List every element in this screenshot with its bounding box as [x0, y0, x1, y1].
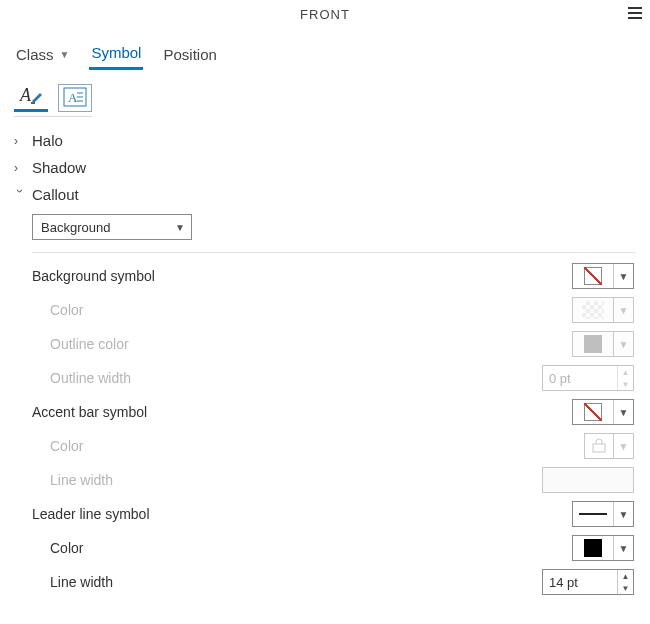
svg-rect-1 [31, 102, 35, 104]
bg-color-picker: ▼ [572, 297, 634, 323]
row-leader-line-width: Line width 14 pt ▲ ▼ [32, 565, 636, 599]
caret-down-icon: ▼ [613, 264, 633, 288]
accent-line-width-label: Line width [32, 472, 113, 488]
caret-down-icon: ▼ [613, 536, 633, 560]
row-leader-line-symbol: Leader line symbol ▼ [32, 497, 636, 531]
row-background-symbol: Background symbol ▼ [32, 259, 636, 293]
transparent-swatch-icon [582, 301, 604, 319]
group-callout-label: Callout [32, 186, 79, 203]
gray-swatch-icon [584, 335, 602, 353]
leader-color-picker[interactable]: ▼ [572, 535, 634, 561]
tab-class-label: Class [16, 46, 54, 63]
leader-line-symbol-label: Leader line symbol [32, 506, 150, 522]
subtab-formatting[interactable]: A [14, 84, 48, 112]
divider [32, 252, 636, 253]
accent-color-label: Color [32, 438, 83, 454]
bg-outline-width-label: Outline width [32, 370, 131, 386]
svg-text:A: A [19, 85, 32, 105]
spinner-down-icon: ▼ [618, 378, 633, 390]
group-shadow[interactable]: › Shadow [14, 154, 636, 181]
row-accent-line-width: Line width [32, 463, 636, 497]
spinner-down-icon[interactable]: ▼ [618, 582, 633, 594]
bg-outline-color-label: Outline color [32, 336, 129, 352]
text-box-icon: A [63, 87, 87, 107]
text-brush-icon: A [18, 85, 44, 107]
row-bg-outline-color: Outline color ▼ [32, 327, 636, 361]
bg-color-label: Color [32, 302, 83, 318]
leader-line-width-value: 14 pt [543, 570, 617, 594]
row-leader-color: Color ▼ [32, 531, 636, 565]
leader-line-symbol-picker[interactable]: ▼ [572, 501, 634, 527]
black-swatch-icon [584, 539, 602, 557]
row-bg-outline-width: Outline width 0 pt ▲ ▼ [32, 361, 636, 395]
callout-type-value: Background [41, 220, 110, 235]
group-callout[interactable]: › Callout [14, 181, 636, 208]
tab-symbol[interactable]: Symbol [89, 40, 143, 70]
row-bg-color: Color ▼ [32, 293, 636, 327]
group-halo-label: Halo [32, 132, 63, 149]
leader-color-label: Color [32, 540, 83, 556]
caret-down-icon: ▼ [614, 433, 634, 459]
tab-position[interactable]: Position [161, 42, 218, 69]
no-fill-icon [584, 267, 602, 285]
background-symbol-picker[interactable]: ▼ [572, 263, 634, 289]
menu-button[interactable] [626, 4, 644, 22]
row-accent-color: Color ▼ [32, 429, 636, 463]
accent-bar-symbol-label: Accent bar symbol [32, 404, 147, 420]
svg-text:A: A [68, 90, 78, 105]
caret-down-icon: ▼ [613, 332, 633, 356]
symbol-subtabs: A A [0, 70, 650, 112]
accent-color-picker [584, 433, 614, 459]
subtab-text-box[interactable]: A [58, 84, 92, 112]
bg-outline-width-spinner: 0 pt ▲ ▼ [542, 365, 634, 391]
spinner-up-icon[interactable]: ▲ [618, 570, 633, 582]
caret-down-icon: ▼ [613, 400, 633, 424]
leader-line-width-label: Line width [32, 574, 113, 590]
svg-rect-7 [593, 444, 605, 452]
tab-symbol-label: Symbol [91, 44, 141, 61]
leader-line-width-spinner[interactable]: 14 pt ▲ ▼ [542, 569, 634, 595]
tab-class[interactable]: Class ▼ [14, 42, 71, 69]
tab-position-label: Position [163, 46, 216, 63]
no-fill-icon [584, 403, 602, 421]
accent-line-width-input [542, 467, 634, 493]
bg-outline-color-picker: ▼ [572, 331, 634, 357]
chevron-right-icon: › [14, 134, 26, 148]
row-accent-bar-symbol: Accent bar symbol ▼ [32, 395, 636, 429]
caret-down-icon: ▼ [613, 298, 633, 322]
spinner-up-icon: ▲ [618, 366, 633, 378]
group-shadow-label: Shadow [32, 159, 86, 176]
caret-down-icon: ▼ [613, 502, 633, 526]
panel-title: FRONT [300, 7, 350, 22]
locked-color-icon [591, 438, 607, 454]
line-sample-icon [579, 513, 607, 515]
chevron-down-icon: › [13, 189, 27, 201]
caret-down-icon: ▼ [175, 222, 185, 233]
background-symbol-label: Background symbol [32, 268, 155, 284]
caret-down-icon: ▼ [60, 49, 70, 60]
group-halo[interactable]: › Halo [14, 127, 636, 154]
accent-bar-symbol-picker[interactable]: ▼ [572, 399, 634, 425]
callout-type-dropdown[interactable]: Background ▼ [32, 214, 192, 240]
callout-body: Background ▼ Background symbol ▼ Color [14, 208, 636, 599]
bg-outline-width-value: 0 pt [543, 366, 617, 390]
top-tabs: Class ▼ Symbol Position [0, 28, 650, 70]
chevron-right-icon: › [14, 161, 26, 175]
